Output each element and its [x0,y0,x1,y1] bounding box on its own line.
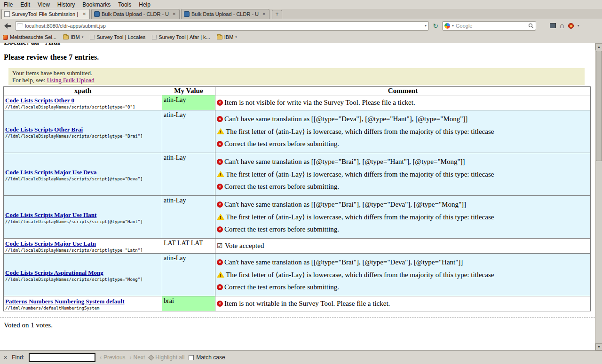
comment-line: Can't have same translation as [[@type="… [217,158,589,166]
find-bar: ✕ Find: ‹ Previous › Next Highlight all … [0,350,602,364]
url-history-dropdown-icon[interactable]: ▾ [425,23,427,28]
info-line-2-prefix: For help, see: [12,77,47,84]
my-value-cell: atin-Lay [162,110,215,153]
comment-text: Correct the test errors before submittin… [224,140,339,148]
extension-icon[interactable] [550,23,556,28]
comment-text: Can't have same translation as [[@type="… [224,201,466,209]
xpath-path: //ldml/localeDisplayNames/scripts/script… [5,248,160,253]
comment-text: Can't have same translation as [[@type="… [224,158,465,166]
alert-icon[interactable] [568,23,574,29]
search-engine-dropdown-icon[interactable]: ▾ [452,23,454,28]
menu-tools[interactable]: Tools [114,0,135,9]
review-table-body: Code Lists Scripts Other 0//ldml/localeD… [4,95,591,311]
menu-bookmarks[interactable]: Bookmarks [79,0,114,9]
comment-text: Correct the test errors before submittin… [224,225,339,233]
chevron-down-icon: ▾ [82,35,84,39]
xpath-path: //ldml/localeDisplayNames/scripts/script… [5,277,160,282]
comment-line: Vote accepted [217,242,589,250]
chevron-down-icon[interactable]: ▾ [578,23,579,28]
xpath-link[interactable]: Code Lists Scripts Other Brai [5,126,83,133]
tab-3[interactable]: Bulk Data Upload - CLDR - Un...✕ [181,9,269,19]
xpath-path: //ldml/localeDisplayNames/scripts/script… [5,105,160,109]
table-header-row: xpath My Value Comment [4,87,591,95]
tab-label: Bulk Data Upload - CLDR - Un... [102,11,169,17]
column-header-comment: Comment [215,87,591,95]
home-icon[interactable]: ⌂ [560,22,564,30]
xpath-link[interactable]: Code Lists Scripts Major Use Hant [5,211,96,218]
url-bar[interactable]: localhost:8080/cldr-apps/submit.jsp ▾ [15,21,429,31]
comment-text: The first letter of ⟨atin-Lay⟩ is lowerc… [226,127,494,136]
menu-history[interactable]: History [54,0,79,9]
divider [0,317,595,318]
comment-line: The first letter of ⟨atin-Lay⟩ is lowerc… [217,170,589,178]
menu-view[interactable]: View [34,0,54,9]
comment-cell: Can't have same translation as [[@type="… [215,153,591,196]
scrollbar-thumb[interactable] [596,51,602,161]
close-icon[interactable]: ✕ [261,12,267,16]
scroll-up-icon[interactable]: ▲ [595,43,602,50]
error-icon [217,284,223,290]
highlight-all-button[interactable]: Highlight all [149,354,184,361]
url-text[interactable]: localhost:8080/cldr-apps/submit.jsp [25,23,422,29]
close-icon[interactable]: ✕ [3,355,8,361]
warning-icon [217,214,224,220]
tab-1[interactable]: SurveyTool File Submission | ...✕ [1,9,90,19]
search-box[interactable]: ▾ Google [442,21,536,31]
table-row: Code Lists Scripts Other 0//ldml/localeD… [4,95,591,110]
warning-icon [217,128,224,135]
xpath-link[interactable]: Code Lists Scripts Aspirational Mong [5,269,103,276]
find-next-button[interactable]: › Next [130,354,145,361]
checkbox-icon [189,355,194,360]
tab-label: Bulk Data Upload - CLDR - Un... [191,11,259,17]
error-icon [217,226,223,232]
highlighter-icon [148,355,154,361]
scroll-down-icon[interactable]: ▼ [595,343,602,350]
warning-icon [217,271,224,278]
bookmark-label: IBM [71,34,80,40]
xpath-cell: Code Lists Scripts Major Use Deva//ldml/… [4,153,162,196]
chevron-down-icon: ▾ [235,35,237,39]
bookmark-item-3[interactable]: Survey Tool | Locales [90,34,145,40]
match-case-checkbox[interactable]: Match case [189,354,225,361]
xpath-link[interactable]: Patterns Numbers Numbering System defaul… [5,298,124,305]
refresh-icon[interactable]: ↻ [431,22,440,30]
table-row: Patterns Numbers Numbering System defaul… [4,296,591,311]
find-label: Find: [12,354,24,361]
menu-help[interactable]: Help [135,0,154,9]
menu-file[interactable]: File [0,0,16,9]
bookmark-item-2[interactable]: IBM▾ [63,34,83,40]
table-row: Code Lists Scripts Other Brai//ldml/loca… [4,110,591,153]
comment-line: The first letter of ⟨atin-Lay⟩ is lowerc… [217,213,589,221]
back-button[interactable] [2,22,13,30]
menu-edit[interactable]: Edit [16,0,34,9]
comment-cell: Can't have same translation as [[@type="… [215,254,591,296]
tab-2[interactable]: Bulk Data Upload - CLDR - Un...✕ [91,9,180,19]
bookmark-label: IBM [224,34,234,40]
comment-line: Can't have same translation as [[@type="… [217,258,589,266]
comment-line: Correct the test errors before submittin… [217,183,589,191]
vertical-scrollbar[interactable]: ▲ ▼ [595,43,602,350]
xpath-link[interactable]: Code Lists Scripts Major Use Deva [5,169,96,176]
comment-text: Vote accepted [225,242,264,250]
site-icon [17,23,23,28]
bookmark-item-4[interactable]: Survey Tool | Afar | k... [152,34,210,40]
close-icon[interactable]: ✕ [171,12,177,16]
xpath-link[interactable]: Code Lists Scripts Major Use Latn [5,240,96,247]
warning-icon [217,171,224,178]
back-arrow-icon [4,23,12,29]
comment-text: Correct the test errors before submittin… [224,183,339,191]
find-input[interactable] [29,353,95,362]
xpath-path: //ldml/localeDisplayNames/scripts/script… [5,219,160,224]
bookmark-item-1[interactable]: Meistbesuchte Sei... [3,34,56,40]
find-previous-button[interactable]: ‹ Previous [100,354,126,361]
xpath-link[interactable]: Code Lists Scripts Other 0 [5,97,74,104]
comment-text: Can't have same translation as [[@type="… [224,115,467,123]
bookmark-item-5[interactable]: IBM▾ [217,34,237,40]
magnifier-icon[interactable] [528,23,534,29]
comment-text: Item is not visible for write via the Su… [224,99,415,107]
using-bulk-upload-link[interactable]: Using Bulk Upload [47,77,95,84]
search-input[interactable]: Google [456,23,526,29]
my-value-cell: LAT LAT LAT [162,239,215,254]
close-icon[interactable]: ✕ [81,12,87,16]
new-tab-button[interactable]: + [272,10,282,19]
